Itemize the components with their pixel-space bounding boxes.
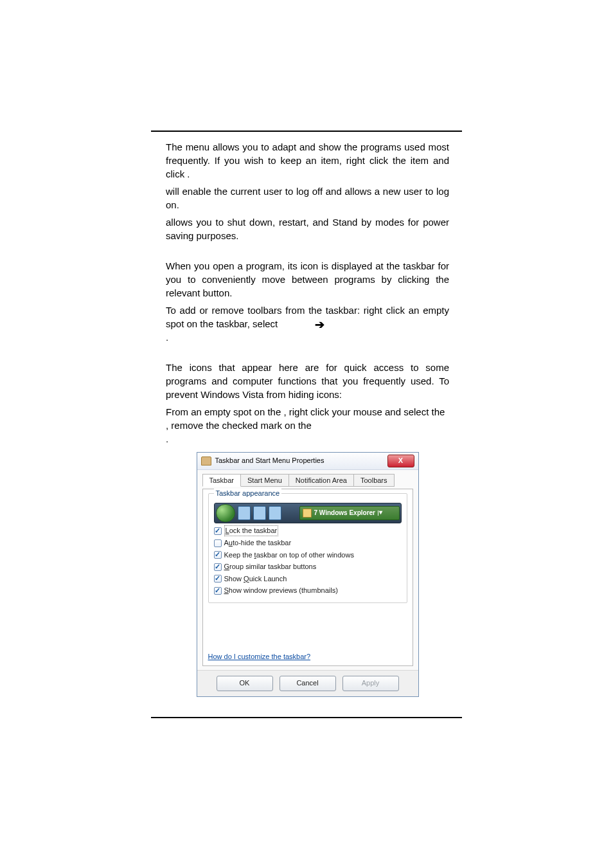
properties-dialog: Taskbar and Start Menu Properties X Task… — [197, 452, 419, 697]
taskbar-program-button: 7 Windows Explorer — [299, 506, 400, 520]
checkbox-option[interactable]: Lock the taskbar — [214, 525, 402, 536]
paragraph-start-menu: The menu allows you to adapt and show th… — [166, 140, 449, 181]
folder-icon — [303, 509, 312, 518]
group-title: Taskbar appearance — [214, 489, 282, 498]
paragraph-toolbars: To add or remove toolbars from the taskb… — [166, 303, 449, 344]
text: menu allows you to adapt and show the pr… — [166, 141, 449, 179]
taskbar-program-label: 7 Windows Explorer — [314, 509, 375, 518]
checkbox-icon[interactable] — [214, 527, 222, 535]
checkbox-icon[interactable] — [214, 575, 222, 583]
quicklaunch-icon — [253, 506, 266, 520]
text: . — [187, 168, 190, 179]
text: allows you to shut down, restart, and St… — [166, 217, 449, 241]
tab-taskbar[interactable]: Taskbar — [202, 474, 242, 487]
tab-toolbars[interactable]: Toolbars — [353, 474, 395, 487]
checkbox-option[interactable]: Group similar taskbar buttons — [214, 562, 402, 572]
start-orb-icon — [216, 504, 235, 522]
tab-content: Taskbar appearance 7 Windows Explorer — [202, 489, 413, 666]
text: The — [166, 141, 186, 152]
dialog-body: Taskbar Start Menu Notification Area Too… — [197, 470, 418, 670]
text: , remove the checked mark on the — [166, 420, 312, 431]
document-body: The menu allows you to adapt and show th… — [166, 140, 449, 697]
paragraph-notif-steps: From an empty spot on the , right click … — [166, 405, 449, 446]
close-button[interactable]: X — [387, 455, 414, 467]
dialog-footer: OK Cancel Apply — [197, 670, 418, 696]
checkbox-option[interactable]: Show window previews (thumbnails) — [214, 586, 402, 595]
text: From an empty spot on the — [166, 406, 283, 417]
checkbox-icon[interactable] — [214, 587, 222, 595]
tabs: Taskbar Start Menu Notification Area Too… — [202, 474, 413, 487]
checkbox-label: Auto-hide the taskbar — [224, 538, 292, 548]
quicklaunch-icon — [269, 506, 281, 520]
chevron-down-icon — [378, 511, 385, 516]
text: will enable the current user to log off … — [166, 186, 449, 210]
checkbox-option[interactable]: Keep the taskbar on top of other windows — [214, 550, 402, 560]
paragraph-turnoff: allows you to shut down, restart, and St… — [166, 215, 449, 242]
checkbox-icon[interactable] — [214, 563, 222, 571]
app-icon — [201, 457, 211, 466]
checkbox-label: Show Quick Launch — [224, 574, 287, 584]
text: To add or remove toolbars from the taskb… — [166, 305, 449, 329]
checkbox-option[interactable]: Auto-hide the taskbar — [214, 538, 402, 548]
paragraph-open-program: When you open a program, its icon is dis… — [166, 259, 449, 300]
checkbox-label: Group similar taskbar buttons — [224, 562, 317, 572]
tab-notification-area[interactable]: Notification Area — [289, 474, 354, 487]
paragraph-logoff: will enable the current user to log off … — [166, 185, 449, 212]
help-link[interactable]: How do I customize the taskbar? — [208, 652, 311, 662]
dialog-title: Taskbar and Start Menu Properties — [215, 456, 387, 466]
checkbox-option[interactable]: Show Quick Launch — [214, 574, 402, 584]
apply-button[interactable]: Apply — [342, 676, 399, 691]
taskbar-preview: 7 Windows Explorer — [214, 503, 402, 523]
bottom-rule — [151, 717, 462, 718]
ok-button[interactable]: OK — [217, 676, 273, 691]
screenshot-figure: Taskbar and Start Menu Properties X Task… — [166, 452, 449, 697]
paragraph-notif-icons: The icons that appear here are for quick… — [166, 361, 449, 401]
tab-start-menu[interactable]: Start Menu — [240, 474, 289, 487]
checkbox-label: Show window previews (thumbnails) — [224, 586, 338, 595]
cancel-button[interactable]: Cancel — [280, 676, 336, 691]
text: , right click your mouse and select the — [283, 406, 445, 417]
group-taskbar-appearance: Taskbar appearance 7 Windows Explorer — [208, 493, 407, 603]
checkbox-label: Lock the taskbar — [226, 527, 278, 534]
dialog-titlebar: Taskbar and Start Menu Properties X — [197, 453, 418, 470]
quicklaunch-icon — [238, 506, 251, 520]
checkbox-icon[interactable] — [214, 551, 222, 559]
top-rule — [151, 131, 462, 132]
checkbox-icon[interactable] — [214, 539, 222, 547]
checkbox-label: Keep the taskbar on top of other windows — [224, 550, 354, 560]
